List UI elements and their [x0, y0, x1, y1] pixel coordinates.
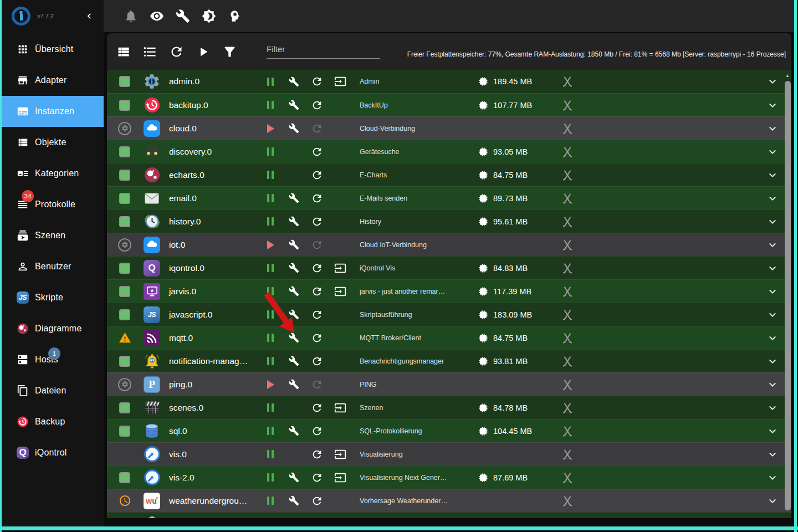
pause-button[interactable]	[267, 287, 274, 295]
pause-button[interactable]	[267, 450, 274, 458]
restart-button[interactable]	[311, 285, 323, 298]
expand-chevron-icon[interactable]	[766, 308, 779, 321]
expand-chevron-icon[interactable]	[766, 262, 779, 275]
expand-chevron-icon[interactable]	[766, 145, 779, 158]
pause-button[interactable]	[267, 310, 274, 319]
settings-wrench-button[interactable]	[289, 332, 299, 343]
sidebar-item-szenen[interactable]: Szenen	[2, 220, 104, 251]
settings-wrench-button[interactable]	[289, 309, 299, 320]
pause-button[interactable]	[267, 264, 274, 272]
restart-button[interactable]	[311, 99, 323, 111]
settings-wrench-button[interactable]	[289, 123, 299, 134]
settings-wrench-button[interactable]	[289, 379, 299, 390]
open-ui-button[interactable]	[334, 75, 346, 88]
restart-button[interactable]	[311, 192, 323, 204]
filter-icon[interactable]	[222, 44, 237, 59]
expand-chevron-icon[interactable]	[766, 122, 779, 135]
expand-chevron-icon[interactable]	[766, 99, 779, 112]
collapse-sidebar-icon[interactable]	[84, 11, 95, 22]
sidebar-item-hosts[interactable]: 1Hosts	[2, 344, 104, 375]
settings-wrench-button[interactable]	[289, 216, 299, 227]
sidebar-item-adapter[interactable]: Adapter	[2, 65, 104, 96]
restart-button[interactable]	[311, 402, 323, 414]
pause-button[interactable]	[267, 403, 274, 412]
play-button[interactable]	[267, 380, 274, 389]
visibility-icon[interactable]	[150, 9, 164, 23]
sidebar-item-kategorien[interactable]: Kategorien	[2, 158, 104, 189]
settings-wrench-button[interactable]	[289, 100, 299, 110]
expand-chevron-icon[interactable]	[766, 168, 779, 182]
maintenance-wrench-icon[interactable]	[176, 9, 190, 23]
settings-wrench-button[interactable]	[289, 239, 299, 250]
pause-button[interactable]	[267, 101, 274, 109]
play-all-icon[interactable]	[196, 44, 211, 59]
sidebar-item-skripte[interactable]: JSSkripte	[2, 282, 104, 313]
sidebar-item-diagramme[interactable]: Diagramme	[2, 313, 104, 344]
restart-button[interactable]	[311, 262, 323, 274]
pause-button[interactable]	[267, 334, 274, 342]
expand-chevron-icon[interactable]	[766, 494, 779, 508]
reload-instances-icon[interactable]	[169, 44, 184, 59]
restart-button[interactable]	[311, 518, 323, 519]
expand-chevron-icon[interactable]	[766, 471, 779, 484]
sidebar-item-dateien[interactable]: Dateien	[2, 375, 104, 406]
sidebar-item-instanzen[interactable]: Instanzen	[2, 96, 104, 127]
restart-button[interactable]	[311, 472, 323, 484]
sidebar-item-objekte[interactable]: Objekte	[2, 127, 104, 158]
notifications-icon[interactable]	[124, 9, 138, 23]
expand-chevron-icon[interactable]	[766, 401, 779, 415]
pause-button[interactable]	[267, 217, 274, 226]
expand-chevron-icon[interactable]	[766, 518, 779, 519]
scrollbar-thumb[interactable]	[785, 81, 791, 510]
filter-input[interactable]	[267, 41, 380, 59]
expand-chevron-icon[interactable]	[766, 192, 779, 205]
expand-chevron-icon[interactable]	[766, 285, 779, 298]
sidebar-item-iqontrol[interactable]: QiQontrol	[2, 437, 104, 468]
pause-button[interactable]	[267, 497, 274, 505]
settings-wrench-button[interactable]	[289, 472, 299, 483]
list-view-icon[interactable]	[142, 44, 157, 59]
pause-button[interactable]	[267, 78, 274, 86]
restart-button[interactable]	[311, 75, 323, 88]
play-button[interactable]	[267, 124, 274, 133]
sidebar-item-backup[interactable]: Backup	[2, 406, 104, 437]
restart-button[interactable]	[311, 448, 323, 461]
pause-button[interactable]	[267, 194, 274, 202]
scrollbar-up-icon[interactable]: ▲	[785, 73, 790, 78]
open-ui-button[interactable]	[334, 448, 346, 461]
settings-wrench-button[interactable]	[289, 263, 299, 273]
sidebar-item-übersicht[interactable]: Übersicht	[2, 34, 104, 65]
open-ui-button[interactable]	[334, 518, 346, 519]
pause-button[interactable]	[267, 357, 274, 365]
expand-chevron-icon[interactable]	[766, 331, 779, 345]
expand-chevron-icon[interactable]	[766, 238, 779, 252]
open-ui-button[interactable]	[334, 402, 346, 414]
expand-chevron-icon[interactable]	[766, 75, 779, 88]
open-ui-button[interactable]	[334, 285, 346, 298]
pause-button[interactable]	[267, 171, 274, 179]
theme-toggle-icon[interactable]	[202, 9, 216, 23]
restart-button[interactable]	[311, 355, 323, 367]
open-ui-button[interactable]	[334, 472, 346, 484]
expert-mode-icon[interactable]	[228, 9, 242, 23]
sidebar-item-benutzer[interactable]: Benutzer	[2, 251, 104, 282]
expand-chevron-icon[interactable]	[766, 215, 779, 228]
expand-chevron-icon[interactable]	[766, 378, 779, 391]
expand-chevron-icon[interactable]	[766, 448, 779, 461]
settings-wrench-button[interactable]	[289, 193, 299, 203]
pause-button[interactable]	[267, 473, 274, 482]
play-button[interactable]	[267, 241, 274, 249]
restart-button[interactable]	[311, 332, 323, 344]
pause-button[interactable]	[267, 147, 274, 156]
restart-button[interactable]	[311, 169, 323, 181]
expand-chevron-icon[interactable]	[766, 355, 779, 368]
settings-wrench-button[interactable]	[289, 76, 299, 87]
settings-wrench-button[interactable]	[289, 286, 299, 296]
instances-view-icon[interactable]	[116, 44, 131, 59]
restart-button[interactable]	[311, 146, 323, 158]
restart-button[interactable]	[311, 216, 323, 228]
sidebar-item-protokolle[interactable]: 34Protokolle	[2, 189, 104, 220]
restart-button[interactable]	[311, 425, 323, 437]
expand-chevron-icon[interactable]	[766, 424, 779, 438]
pause-button[interactable]	[267, 427, 274, 435]
